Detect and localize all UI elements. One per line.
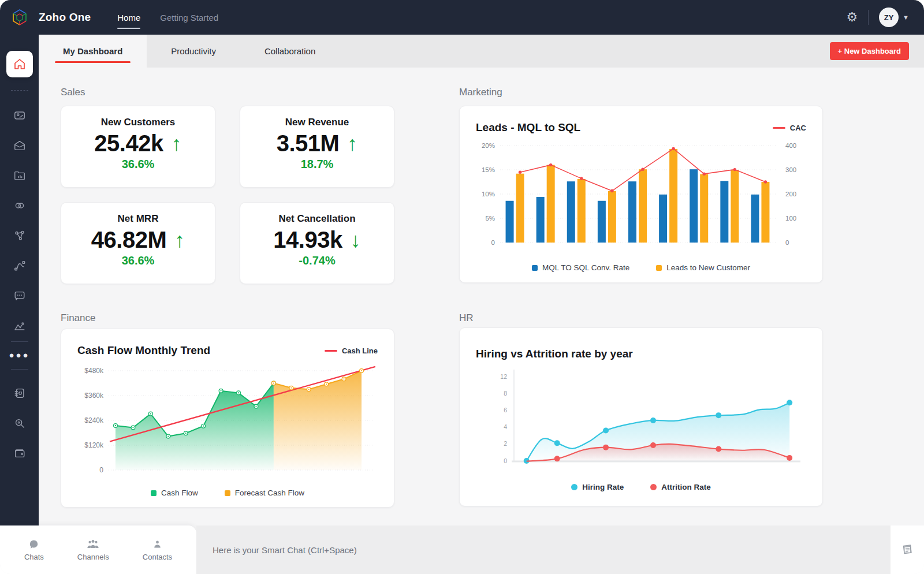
- topnav-home[interactable]: Home: [117, 0, 140, 35]
- tab-productivity[interactable]: Productivity: [147, 35, 240, 68]
- legend-forecast-cash-flow[interactable]: Forecast Cash Flow: [225, 489, 304, 497]
- chart-title-leads: Leads - MQL to SQL: [476, 121, 580, 134]
- bottom-tab-contacts[interactable]: Contacts: [143, 538, 172, 561]
- svg-text:0: 0: [504, 457, 507, 464]
- notes-button[interactable]: [891, 525, 924, 574]
- green-swatch: [151, 490, 157, 496]
- section-label-marketing: Marketing: [459, 87, 502, 98]
- cyan-dot-swatch: [571, 484, 578, 490]
- kpi-card-net-cancellation: Net Cancellation 14.93k ↓ -0.74%: [240, 202, 394, 284]
- kpi-title: New Customers: [101, 117, 175, 128]
- chat-tabs-panel: Chats Channels Contacts: [0, 525, 196, 574]
- arrow-up-icon: ↑: [174, 230, 185, 251]
- sidebar-divider: [11, 369, 28, 370]
- settings-gear-icon[interactable]: ⚙: [846, 11, 858, 24]
- svg-text:10%: 10%: [482, 191, 495, 197]
- svg-text:15%: 15%: [482, 166, 495, 173]
- sidebar-item-notebook[interactable]: [13, 387, 26, 400]
- arrow-down-icon: ↓: [351, 230, 361, 251]
- mail-icon: [13, 139, 26, 152]
- svg-text:8: 8: [504, 390, 507, 397]
- kpi-value: 46.82M: [91, 227, 166, 253]
- dashboard-content: Sales New Customers 25.42k ↑ 36.6% New R…: [39, 68, 924, 525]
- sidebar-item-home[interactable]: [6, 51, 33, 77]
- legend-leads-new-customer[interactable]: Leads to New Customer: [656, 263, 750, 272]
- sidebar-item-more[interactable]: ●●●: [9, 350, 29, 360]
- app-window: Zoho One Home Getting Started ⚙ ZY ▼: [0, 0, 924, 574]
- finance-chart-card: Cash Flow Monthly Trend Cash Line 0$120k…: [61, 329, 394, 508]
- sidebar-item-wallet[interactable]: [13, 447, 26, 460]
- svg-text:$360k: $360k: [84, 392, 104, 400]
- kpi-card-net-mrr: Net MRR 46.82M ↑ 36.6%: [61, 202, 215, 284]
- zoho-cube-icon: [10, 8, 29, 27]
- sidebar-item-flow[interactable]: [13, 199, 26, 212]
- bottom-tab-chats[interactable]: Chats: [24, 538, 44, 561]
- dashboard-tab-bar: My Dashboard Productivity Collaboration …: [39, 35, 924, 68]
- new-dashboard-button[interactable]: + New Dashboard: [830, 42, 909, 60]
- sidebar-item-analytics[interactable]: [13, 319, 26, 332]
- sidebar-item-chat[interactable]: [13, 289, 26, 302]
- sidebar-item-journey[interactable]: [13, 259, 26, 272]
- legend-mql-sql[interactable]: MQL TO SQL Conv. Rate: [532, 263, 629, 272]
- red-line-swatch: [325, 350, 337, 352]
- person-icon: [152, 538, 162, 550]
- svg-text:12: 12: [500, 373, 507, 380]
- sidebar-item-reports[interactable]: [13, 169, 26, 182]
- smart-chat-input[interactable]: Here is your Smart Chat (Ctrl+Space): [196, 525, 891, 574]
- hr-legend: Hiring Rate Attrition Rate: [476, 483, 806, 491]
- chevron-down-icon: ▼: [903, 14, 909, 21]
- avatar[interactable]: ZY: [879, 8, 899, 27]
- sidebar-item-connect[interactable]: [13, 229, 26, 242]
- notebook-icon: [13, 387, 26, 400]
- chat-bubble-icon: [13, 289, 26, 302]
- magnifier-icon: [13, 417, 26, 430]
- wallet-icon: [13, 447, 26, 460]
- kpi-delta: 18.7%: [301, 158, 334, 171]
- legend-hiring-rate[interactable]: Hiring Rate: [571, 483, 624, 491]
- brand-title: Zoho One: [39, 11, 91, 24]
- marketing-chart-card: Leads - MQL to SQL CAC 05%10%15%20%01002…: [459, 106, 823, 283]
- legend-cac[interactable]: CAC: [773, 124, 806, 132]
- hiring-attrition-chart: 1286420: [476, 364, 807, 477]
- sidebar-divider: [11, 90, 28, 91]
- kpi-value: 25.42k: [94, 131, 163, 156]
- svg-text:$240k: $240k: [84, 416, 104, 424]
- arrow-up-icon: ↑: [172, 133, 182, 154]
- arrow-up-icon: ↑: [347, 133, 357, 154]
- kpi-delta: 36.6%: [122, 158, 155, 171]
- section-label-finance: Finance: [61, 312, 95, 324]
- folder-chart-icon: [13, 169, 26, 182]
- pages-icon: [900, 542, 915, 557]
- kpi-card-new-customers: New Customers 25.42k ↑ 36.6%: [61, 106, 215, 188]
- orange-swatch: [656, 265, 662, 271]
- topbar-divider: [868, 10, 869, 25]
- sidebar-item-mail[interactable]: [13, 139, 26, 152]
- chart-arrow-icon: [13, 319, 26, 332]
- zoho-logo[interactable]: [0, 8, 39, 27]
- legend-cash-flow[interactable]: Cash Flow: [151, 489, 198, 497]
- kpi-grid: New Customers 25.42k ↑ 36.6% New Revenue…: [61, 106, 394, 284]
- route-icon: [13, 259, 26, 272]
- legend-cash-line[interactable]: Cash Line: [325, 346, 378, 355]
- tab-collaboration[interactable]: Collaboration: [240, 35, 340, 68]
- home-icon: [13, 57, 27, 71]
- sidebar-item-search[interactable]: [13, 417, 26, 430]
- kpi-card-new-revenue: New Revenue 3.51M ↑ 18.7%: [240, 106, 394, 188]
- top-bar: Zoho One Home Getting Started ⚙ ZY ▼: [0, 0, 924, 35]
- kpi-title: Net MRR: [118, 213, 159, 225]
- top-nav: Home Getting Started: [117, 0, 218, 35]
- bottom-tab-channels[interactable]: Channels: [77, 538, 109, 561]
- crm-card-icon: [13, 109, 26, 122]
- svg-text:400: 400: [785, 142, 796, 149]
- topnav-getting-started[interactable]: Getting Started: [160, 0, 218, 35]
- red-dot-swatch: [650, 484, 657, 490]
- sidebar-item-crm[interactable]: [13, 109, 26, 122]
- orange-swatch: [225, 490, 230, 496]
- svg-text:4: 4: [504, 423, 507, 430]
- user-menu[interactable]: ZY ▼: [879, 8, 909, 27]
- kpi-title: New Revenue: [285, 117, 349, 128]
- tab-my-dashboard[interactable]: My Dashboard: [39, 35, 147, 68]
- sidebar-divider: [11, 341, 28, 342]
- hr-chart-card: Hiring vs Attrition rate by year 1286420…: [459, 327, 823, 506]
- legend-attrition-rate[interactable]: Attrition Rate: [650, 483, 711, 491]
